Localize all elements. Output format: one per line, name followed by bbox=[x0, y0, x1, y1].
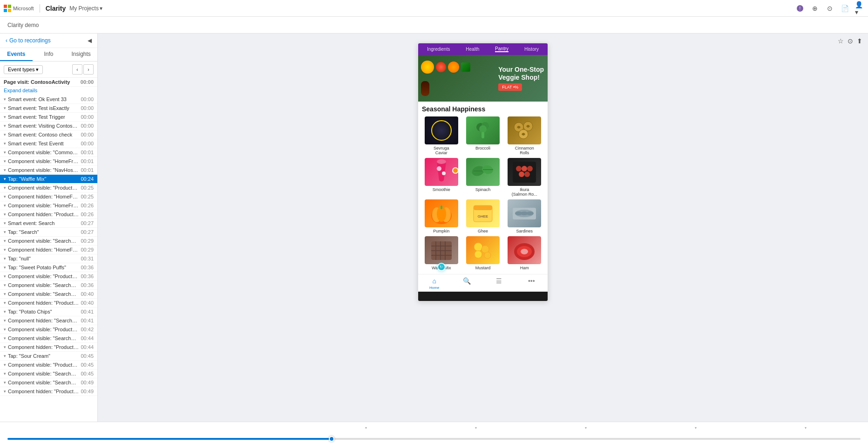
list-item[interactable]: ▾ Component visible: "HomeFrag..." 00:26 bbox=[0, 201, 97, 210]
svg-point-13 bbox=[479, 125, 487, 133]
sidebar-collapse-btn[interactable]: ◀ bbox=[88, 37, 92, 44]
list-item[interactable]: ▾ Component hidden: "ProductFra..." 00:2… bbox=[0, 210, 97, 219]
next-event-btn[interactable]: › bbox=[83, 64, 94, 75]
svg-point-7 bbox=[437, 126, 446, 135]
list-item[interactable]: ▾ Smart event: Contoso check 00:00 bbox=[0, 130, 97, 139]
event-time: 00:25 bbox=[81, 194, 94, 199]
list-item[interactable]: ▾ Tap: "Potato Chips" 00:41 bbox=[0, 307, 97, 316]
svg-rect-1 bbox=[8, 5, 11, 8]
event-type-icon: ▾ bbox=[4, 230, 6, 234]
product-ikura[interactable]: Ikura(Salmon Ro... bbox=[505, 158, 544, 197]
product-ham[interactable]: Ham bbox=[505, 236, 544, 270]
phone-nav-pantry[interactable]: Pantry bbox=[495, 46, 509, 52]
list-item[interactable]: ▾ Component hidden: "ProductFra..." 00:4… bbox=[0, 299, 97, 307]
list-item[interactable]: ▾ Component visible: "SearchFrag..." 00:… bbox=[0, 237, 97, 246]
list-item[interactable]: ▾ Smart event: Ok Event 33 00:00 bbox=[0, 95, 97, 104]
list-item[interactable]: ▾ Smart event: Test Eventt 00:00 bbox=[0, 139, 97, 148]
help-icon[interactable]: ⊙ bbox=[825, 4, 834, 13]
list-item[interactable]: ▾ Component hidden: "ProductFra..." 00:4… bbox=[0, 387, 97, 396]
list-item[interactable]: ▾ Component visible: "ProductFra..." 00:… bbox=[0, 325, 97, 334]
product-waffle-mix[interactable]: ↻ Waffle Mix bbox=[422, 236, 461, 270]
list-item[interactable]: ▾ Tap: "null" 00:31 bbox=[0, 254, 97, 263]
phone-nav-health[interactable]: Health bbox=[466, 47, 479, 52]
timeline-track[interactable] bbox=[0, 433, 868, 444]
nav-projects[interactable]: My Projects ▾ bbox=[69, 5, 102, 12]
product-spinach[interactable]: Spinach bbox=[463, 158, 502, 197]
svg-point-51 bbox=[474, 243, 482, 251]
tab-events[interactable]: Events bbox=[0, 48, 33, 61]
list-item[interactable]: ▾ Component visible: "SearchFrag..." 00:… bbox=[0, 378, 97, 387]
product-mustard[interactable]: Mustard bbox=[463, 236, 502, 270]
list-item[interactable]: ▾ Component visible: "NavHostFra..." 00:… bbox=[0, 166, 97, 175]
phone-nav-history[interactable]: History bbox=[524, 47, 539, 52]
product-sevruga-caviar[interactable]: SevrugaCaviar bbox=[422, 116, 461, 155]
list-item[interactable]: ▾ Component visible: "SearchFrag..." 00:… bbox=[0, 369, 97, 378]
event-type-icon: ▾ bbox=[4, 239, 6, 243]
list-item[interactable]: ▾ Component hidden: "ProductFra..." 00:4… bbox=[0, 343, 97, 352]
event-types-filter[interactable]: Event types ▾ bbox=[4, 65, 43, 74]
list-item[interactable]: ▾ Component hidden: "HomeFrag..." 00:25 bbox=[0, 192, 97, 201]
product-name: Smoothie bbox=[433, 187, 450, 192]
list-item[interactable]: ▾ Component hidden: "SearchFrag..." 00:4… bbox=[0, 316, 97, 325]
product-cinnamon-rolls[interactable]: CinnamonRolls bbox=[505, 116, 544, 155]
product-name: Broccoli bbox=[475, 146, 490, 150]
share-icon[interactable]: ⊙ bbox=[848, 37, 853, 45]
product-sardines[interactable]: Sardines bbox=[505, 199, 544, 233]
prev-event-btn[interactable]: ‹ bbox=[72, 64, 82, 75]
svg-point-26 bbox=[516, 166, 522, 171]
phone-nav-search[interactable]: 🔍 bbox=[451, 277, 483, 290]
list-item[interactable]: ▾ Tap: "Search" 00:27 bbox=[0, 228, 97, 237]
list-item[interactable]: ▾ Component visible: "ProductFra..." 00:… bbox=[0, 272, 97, 281]
event-time: 00:45 bbox=[81, 362, 94, 368]
active-event-tap-waffle[interactable]: ▾ Tap: "Waffle Mix" 00:24 bbox=[0, 175, 97, 184]
product-image bbox=[508, 236, 541, 264]
svg-rect-25 bbox=[513, 162, 536, 183]
list-item[interactable]: ▾ Tap: "Sweet Potato Puffs" 00:36 bbox=[0, 263, 97, 272]
event-label: Smart event: Test Trigger bbox=[8, 114, 79, 120]
svg-point-54 bbox=[484, 252, 491, 259]
expand-details-link[interactable]: Expand details bbox=[0, 87, 97, 95]
event-label: Tap: "Search" bbox=[8, 229, 79, 235]
product-ghee[interactable]: GHEE Ghee bbox=[463, 199, 502, 233]
list-item[interactable]: ▾ Smart event: Test isExactly 00:00 bbox=[0, 104, 97, 113]
phone-nav-more[interactable]: ••• bbox=[515, 277, 548, 290]
tab-insights[interactable]: Insights bbox=[65, 48, 97, 61]
product-pumpkin[interactable]: Pumpkin bbox=[422, 199, 461, 233]
tab-info[interactable]: Info bbox=[33, 48, 65, 61]
list-item[interactable]: ▾ Smart event: Visiting ContosoAct... 00… bbox=[0, 122, 97, 130]
event-time: 00:25 bbox=[81, 185, 94, 191]
product-broccoli[interactable]: Broccoli bbox=[463, 116, 502, 155]
document-icon[interactable]: 📄 bbox=[840, 4, 849, 13]
list-item[interactable]: ▾ Component hidden: "HomeFrag..." 00:29 bbox=[0, 246, 97, 254]
svg-rect-3 bbox=[8, 9, 11, 12]
favorite-icon[interactable]: ☆ bbox=[838, 37, 844, 45]
user-avatar[interactable]: 👤▾ bbox=[855, 4, 864, 13]
go-to-recordings-btn[interactable]: ‹ Go to recordings bbox=[6, 37, 51, 44]
export-icon[interactable]: ⬆ bbox=[857, 37, 862, 45]
event-time: 00:01 bbox=[81, 158, 94, 164]
list-item[interactable]: ▾ Component visible: "ProductFra..." 00:… bbox=[0, 361, 97, 369]
phone-nav-home[interactable]: ⌂ Home bbox=[418, 277, 451, 290]
list-item[interactable]: ▾ Smart event: Search 00:27 bbox=[0, 219, 97, 228]
phone-nav-menu[interactable]: ☰ bbox=[483, 277, 515, 290]
event-time: 00:45 bbox=[81, 353, 94, 359]
list-item[interactable]: ▾ Smart event: Test Trigger 00:00 bbox=[0, 113, 97, 122]
share-icon[interactable]: ⊕ bbox=[810, 4, 820, 13]
event-type-icon: ▾ bbox=[4, 318, 6, 323]
events-list: Page visit: ContosoActivity 00:00 Expand… bbox=[0, 78, 97, 422]
list-item[interactable]: ▾ Component visible: "ProductFra..." 00:… bbox=[0, 184, 97, 192]
list-item[interactable]: ▾ Component visible: "SearchFrag..." 00:… bbox=[0, 334, 97, 343]
list-item[interactable]: ▾ Component visible: "HomeFrag..." 00:01 bbox=[0, 157, 97, 166]
event-page-visit[interactable]: Page visit: ContosoActivity 00:00 bbox=[0, 78, 97, 87]
banner-cta[interactable]: FLAT •% bbox=[498, 83, 522, 91]
timeline-thumb[interactable] bbox=[329, 436, 334, 442]
nav-right: ! ⊕ ⊙ 📄 👤▾ bbox=[795, 4, 864, 13]
list-item[interactable]: ▾ Component visible: "SearchFrag..." 00:… bbox=[0, 290, 97, 299]
list-item[interactable]: ▾ Tap: "Sour Cream" 00:45 bbox=[0, 352, 97, 361]
event-time: 00:26 bbox=[81, 203, 94, 208]
list-item[interactable]: ▾ Component visible: "SearchFrag..." 00:… bbox=[0, 281, 97, 290]
phone-nav-ingredients[interactable]: Ingredients bbox=[427, 47, 450, 52]
notification-icon[interactable]: ! bbox=[795, 4, 805, 13]
list-item[interactable]: ▾ Component visible: "CommonFr..." 00:01 bbox=[0, 148, 97, 157]
product-smoothie[interactable]: Smoothie bbox=[422, 158, 461, 197]
